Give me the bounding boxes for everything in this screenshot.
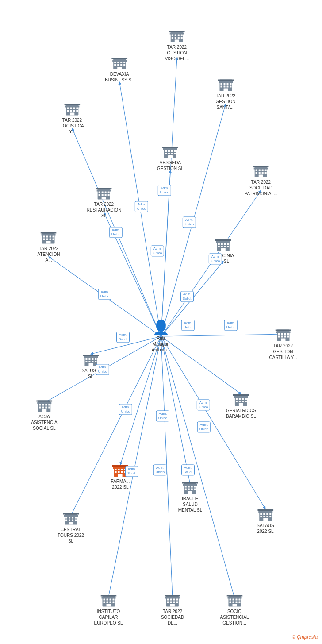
- svg-rect-172: [242, 401, 244, 402]
- svg-rect-159: [42, 407, 44, 409]
- svg-rect-46: [220, 83, 222, 85]
- svg-rect-134: [278, 336, 280, 338]
- company-node-tar_sociedad_de[interactable]: TAR 2022SOCIEDADDE...: [161, 592, 184, 626]
- svg-rect-114: [46, 241, 51, 244]
- svg-rect-251: [232, 599, 234, 601]
- svg-rect-217: [269, 513, 271, 515]
- svg-rect-171: [239, 401, 241, 402]
- company-node-acja[interactable]: ACJAASISTENCIASOCIAL SL: [31, 397, 57, 431]
- company-node-devaxia[interactable]: DEVAXIABUSINESS SL: [105, 54, 134, 83]
- svg-rect-25: [181, 35, 183, 36]
- svg-rect-40: [120, 64, 122, 66]
- svg-rect-110: [43, 239, 45, 240]
- svg-rect-210: [69, 522, 73, 525]
- svg-rect-90: [102, 197, 106, 200]
- company-node-vesgeda[interactable]: VESGEDAGESTION SL: [157, 143, 184, 171]
- role-badge-15: Adm.Unico: [197, 421, 211, 432]
- svg-rect-231: [106, 602, 108, 603]
- svg-rect-93: [254, 168, 268, 170]
- svg-rect-195: [188, 489, 190, 490]
- svg-rect-143: [88, 358, 90, 360]
- svg-rect-155: [42, 404, 44, 406]
- svg-rect-107: [46, 236, 48, 238]
- svg-rect-253: [238, 599, 240, 601]
- building-icon: [233, 391, 249, 407]
- svg-rect-89: [108, 194, 110, 196]
- role-badge-9: Adm.Unico: [181, 320, 195, 331]
- svg-rect-43: [111, 58, 127, 59]
- svg-rect-211: [63, 513, 79, 515]
- watermark: © Çmpresia: [292, 634, 318, 640]
- svg-rect-180: [121, 469, 123, 470]
- svg-rect-84: [105, 192, 107, 193]
- svg-rect-63: [70, 110, 72, 112]
- svg-rect-167: [239, 398, 241, 400]
- svg-rect-115: [41, 232, 57, 234]
- svg-rect-259: [226, 595, 242, 597]
- company-node-tar_atencion[interactable]: TAR 2022ATENCIONA...: [38, 229, 60, 263]
- svg-rect-83: [102, 192, 104, 193]
- svg-rect-34: [114, 62, 116, 63]
- company-label: FARMA...2022 SL: [111, 478, 130, 490]
- role-badge-13: Adm.Unico: [156, 410, 169, 421]
- building-icon: [96, 185, 112, 201]
- svg-rect-38: [114, 64, 116, 66]
- company-label: INSTITUTOCAPILAREUROPEO SL: [94, 609, 123, 626]
- company-node-tar_castilla[interactable]: TAR 2022GESTIONCASTILLA Y...: [269, 326, 297, 360]
- svg-rect-71: [168, 150, 170, 152]
- svg-rect-204: [72, 517, 73, 519]
- svg-rect-123: [221, 246, 223, 247]
- svg-rect-132: [284, 333, 286, 335]
- svg-rect-145: [95, 358, 96, 360]
- role-badge-1: Adm.Unico: [135, 201, 148, 212]
- svg-rect-98: [256, 172, 257, 174]
- svg-rect-39: [117, 64, 119, 66]
- svg-rect-31: [169, 31, 185, 32]
- svg-rect-209: [75, 520, 77, 521]
- company-label: TAR 2022SOCIEDADDE...: [161, 609, 184, 626]
- svg-rect-225: [101, 597, 115, 599]
- svg-rect-215: [263, 513, 265, 515]
- svg-rect-54: [223, 89, 228, 91]
- svg-rect-94: [256, 170, 257, 171]
- svg-rect-74: [165, 153, 167, 154]
- svg-rect-33: [112, 60, 126, 62]
- svg-rect-158: [39, 407, 41, 409]
- building-icon: [275, 326, 291, 342]
- svg-rect-138: [281, 339, 285, 341]
- company-node-irache[interactable]: IRACHESALUDMENTAL SL: [178, 479, 202, 513]
- company-node-central_tours[interactable]: CENTRALTOURS 2022SL: [58, 510, 84, 544]
- svg-rect-139: [275, 330, 291, 331]
- svg-line-9: [161, 334, 283, 336]
- svg-rect-124: [224, 246, 226, 247]
- role-badge-18: Adm.Solid.: [181, 464, 195, 475]
- svg-rect-229: [112, 599, 114, 601]
- company-node-socio_asistencial[interactable]: SOCIOASISTENCIALGESTION...: [220, 592, 249, 626]
- svg-rect-109: [53, 236, 54, 238]
- company-node-tar_viso[interactable]: TAR 2022GESTIONVISO DEL...: [165, 27, 189, 62]
- svg-rect-135: [281, 336, 283, 338]
- building-icon: [63, 510, 79, 526]
- building-icon: [257, 506, 273, 522]
- company-node-salaus_2022[interactable]: SALAUS2022 SL: [257, 506, 274, 534]
- svg-rect-213: [258, 511, 272, 513]
- company-node-tar_logistica[interactable]: TAR 2022LOGISTICAY...: [60, 100, 84, 135]
- svg-rect-196: [191, 489, 193, 490]
- svg-rect-194: [185, 489, 187, 490]
- company-node-instituto_capilar[interactable]: INSTITUTOCAPILAREUROPEO SL: [94, 592, 123, 626]
- role-badge-7: Adm.Unico: [209, 253, 222, 264]
- svg-rect-255: [232, 602, 234, 603]
- svg-rect-235: [100, 595, 116, 597]
- svg-rect-97: [265, 170, 267, 171]
- company-node-geriatricos[interactable]: GERIATRICOSBARAMBIO SL: [226, 391, 256, 419]
- company-node-tar_santa[interactable]: TAR 2022GESTIONSANTA...: [215, 76, 235, 110]
- svg-rect-234: [106, 604, 111, 607]
- building-icon: [41, 229, 57, 245]
- company-node-tar_restauracion[interactable]: TAR 2022RESTAURACIONSL: [87, 185, 122, 219]
- company-node-tar_sociedad_pat[interactable]: TAR 2022SOCIEDADPATRIMONIAL...: [245, 162, 278, 197]
- svg-rect-241: [176, 599, 178, 601]
- svg-rect-37: [123, 62, 125, 63]
- svg-rect-182: [115, 471, 117, 473]
- svg-rect-189: [183, 484, 197, 486]
- svg-rect-130: [278, 333, 280, 335]
